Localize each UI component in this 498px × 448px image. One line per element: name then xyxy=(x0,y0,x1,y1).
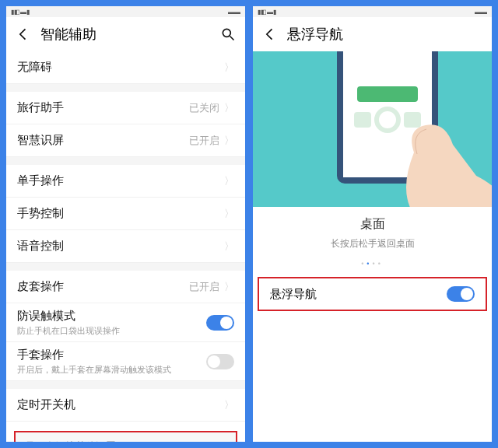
back-icon[interactable] xyxy=(16,26,31,42)
row-mistouch[interactable]: 防误触模式 防止手机在口袋出现误操作 xyxy=(6,303,245,342)
hint-question: 是否在寻找其他设置项？ xyxy=(25,440,226,442)
row-schedule-power[interactable]: 定时开关机 〉 xyxy=(6,389,245,422)
right-screen: ▮◧▬▮▬▬ 悬浮导航 桌面 长按后松手返回桌面 •••• 悬浮导航 xyxy=(253,6,492,442)
toggle-glove[interactable] xyxy=(206,354,234,369)
toggle-mistouch[interactable] xyxy=(206,315,234,331)
chevron-right-icon: 〉 xyxy=(224,240,234,254)
page-dots[interactable]: •••• xyxy=(253,260,492,268)
page-title: 悬浮导航 xyxy=(287,25,482,44)
caption: 桌面 长按后松手返回桌面 xyxy=(253,207,492,254)
header: 智能辅助 xyxy=(6,17,245,51)
chevron-right-icon: 〉 xyxy=(224,398,234,412)
status-bar: ▮◧▬▮▬▬ xyxy=(253,6,492,17)
row-holster[interactable]: 皮套操作 已开启 〉 xyxy=(6,271,245,303)
row-accessibility[interactable]: 无障碍 〉 xyxy=(6,51,245,84)
chevron-right-icon: 〉 xyxy=(224,174,234,188)
chevron-right-icon: 〉 xyxy=(224,134,234,148)
chevron-right-icon: 〉 xyxy=(224,61,234,75)
toggle-floating-nav[interactable] xyxy=(447,286,475,302)
back-icon[interactable] xyxy=(262,26,278,42)
caption-title: 桌面 xyxy=(253,216,492,233)
chevron-right-icon: 〉 xyxy=(224,207,234,221)
row-floating-nav[interactable]: 悬浮导航 xyxy=(258,277,487,311)
search-icon[interactable] xyxy=(220,26,236,42)
row-voice[interactable]: 语音控制 〉 xyxy=(6,230,245,263)
status-bar: ▮◧▬▮▬▬ xyxy=(6,6,245,17)
chevron-right-icon: 〉 xyxy=(224,280,234,294)
illustration xyxy=(253,51,492,207)
settings-list: 无障碍 〉 旅行助手 已关闭 〉 智慧识屏 已开启 〉 单手操作 〉 手势控制 … xyxy=(6,51,245,442)
left-screen: ▮◧▬▮▬▬ 智能辅助 无障碍 〉 旅行助手 已关闭 〉 智慧识屏 已开启 〉 … xyxy=(6,6,245,442)
header: 悬浮导航 xyxy=(253,17,492,51)
chevron-right-icon: 〉 xyxy=(224,101,234,115)
row-glove[interactable]: 手套操作 开启后，戴上手套在屏幕滑动触发该模式 xyxy=(6,342,245,381)
page-title: 智能辅助 xyxy=(40,25,220,44)
caption-sub: 长按后松手返回桌面 xyxy=(253,237,492,250)
hand-icon xyxy=(383,114,492,207)
row-smart-screen[interactable]: 智慧识屏 已开启 〉 xyxy=(6,124,245,157)
row-one-hand[interactable]: 单手操作 〉 xyxy=(6,165,245,198)
svg-point-0 xyxy=(223,29,230,37)
hint-box: 是否在寻找其他设置项？ 系统导航方式 xyxy=(14,431,237,442)
row-gesture[interactable]: 手势控制 〉 xyxy=(6,198,245,230)
row-travel-assistant[interactable]: 旅行助手 已关闭 〉 xyxy=(6,92,245,124)
